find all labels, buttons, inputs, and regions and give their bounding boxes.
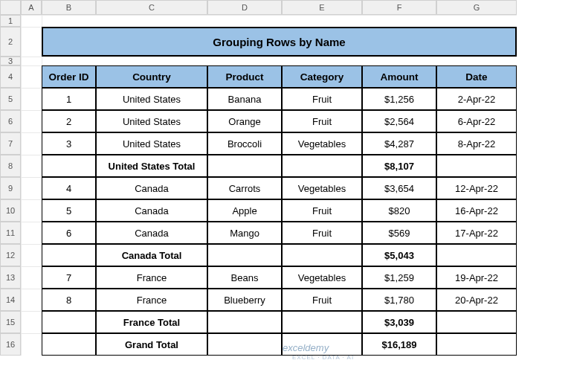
cell-country[interactable]: Canada xyxy=(96,199,207,222)
cell-country[interactable]: Canada Total xyxy=(96,244,207,266)
cell-date[interactable]: 16-Apr-22 xyxy=(436,199,517,222)
header-amount[interactable]: Amount xyxy=(362,65,436,88)
cell-category[interactable]: Fruit xyxy=(282,222,362,244)
title-cell[interactable]: Grouping Rows by Name xyxy=(42,27,517,57)
cell-category[interactable]: Fruit xyxy=(282,110,362,132)
cell-date[interactable]: 2-Apr-22 xyxy=(436,88,517,110)
cell-orderId[interactable] xyxy=(42,333,96,356)
cell-a7[interactable] xyxy=(21,132,42,155)
row-header-16[interactable]: 16 xyxy=(0,333,21,356)
cell-orderId[interactable] xyxy=(42,155,96,177)
cell-a11[interactable] xyxy=(21,222,42,244)
cell-row3[interactable] xyxy=(42,57,517,65)
cell-a14[interactable] xyxy=(21,289,42,311)
row-header-13[interactable]: 13 xyxy=(0,266,21,289)
cell-a6[interactable] xyxy=(21,110,42,132)
cell-amount[interactable]: $1,256 xyxy=(362,88,436,110)
row-header-8[interactable]: 8 xyxy=(0,155,21,177)
cell-orderId[interactable] xyxy=(42,311,96,333)
cell-a13[interactable] xyxy=(21,266,42,289)
cell-amount[interactable]: $8,107 xyxy=(362,155,436,177)
cell-category[interactable]: Vegetables xyxy=(282,177,362,199)
cell-category[interactable]: Fruit xyxy=(282,199,362,222)
col-header-a[interactable]: A xyxy=(21,0,42,15)
header-date[interactable]: Date xyxy=(436,65,517,88)
cell-orderId[interactable]: 2 xyxy=(42,110,96,132)
cell-amount[interactable]: $16,189 xyxy=(362,333,436,356)
cell-country[interactable]: Canada xyxy=(96,177,207,199)
cell-orderId[interactable]: 6 xyxy=(42,222,96,244)
cell-a15[interactable] xyxy=(21,311,42,333)
row-header-5[interactable]: 5 xyxy=(0,88,21,110)
cell-category[interactable]: Vegetables xyxy=(282,266,362,289)
cell-a2[interactable] xyxy=(21,27,42,57)
cell-category[interactable] xyxy=(282,333,362,356)
cell-date[interactable] xyxy=(436,311,517,333)
cell-a3[interactable] xyxy=(21,57,42,65)
cell-date[interactable]: 8-Apr-22 xyxy=(436,132,517,155)
cell-amount[interactable]: $1,259 xyxy=(362,266,436,289)
cell-date[interactable]: 19-Apr-22 xyxy=(436,266,517,289)
cell-country[interactable]: United States xyxy=(96,132,207,155)
cell-category[interactable] xyxy=(282,244,362,266)
cell-a16[interactable] xyxy=(21,333,42,356)
cell-date[interactable]: 20-Apr-22 xyxy=(436,289,517,311)
cell-country[interactable]: Canada xyxy=(96,222,207,244)
cell-date[interactable]: 17-Apr-22 xyxy=(436,222,517,244)
cell-category[interactable] xyxy=(282,155,362,177)
cell-product[interactable]: Carrots xyxy=(207,177,282,199)
cell-amount[interactable]: $1,780 xyxy=(362,289,436,311)
cell-country[interactable]: France xyxy=(96,266,207,289)
cell-amount[interactable]: $3,039 xyxy=(362,311,436,333)
cell-product[interactable]: Beans xyxy=(207,266,282,289)
cell-date[interactable]: 12-Apr-22 xyxy=(436,177,517,199)
col-header-d[interactable]: D xyxy=(207,0,282,15)
cell-country[interactable]: France xyxy=(96,289,207,311)
row-header-3[interactable]: 3 xyxy=(0,57,21,65)
row-header-11[interactable]: 11 xyxy=(0,222,21,244)
cell-product[interactable]: Broccoli xyxy=(207,132,282,155)
row-header-14[interactable]: 14 xyxy=(0,289,21,311)
cell-category[interactable]: Vegetables xyxy=(282,132,362,155)
header-product[interactable]: Product xyxy=(207,65,282,88)
cell-orderId[interactable]: 8 xyxy=(42,289,96,311)
cell-product[interactable]: Apple xyxy=(207,199,282,222)
row-header-12[interactable]: 12 xyxy=(0,244,21,266)
cell-amount[interactable]: $820 xyxy=(362,199,436,222)
cell-date[interactable] xyxy=(436,155,517,177)
cell-amount[interactable]: $2,564 xyxy=(362,110,436,132)
cell-a12[interactable] xyxy=(21,244,42,266)
cell-orderId[interactable]: 1 xyxy=(42,88,96,110)
cell-country[interactable]: Grand Total xyxy=(96,333,207,356)
cell-country[interactable]: United States Total xyxy=(96,155,207,177)
select-all-corner[interactable] xyxy=(0,0,21,15)
row-header-15[interactable]: 15 xyxy=(0,311,21,333)
row-header-10[interactable]: 10 xyxy=(0,199,21,222)
header-orderid[interactable]: Order ID xyxy=(42,65,96,88)
row-header-6[interactable]: 6 xyxy=(0,110,21,132)
cell-orderId[interactable] xyxy=(42,244,96,266)
cell-a10[interactable] xyxy=(21,199,42,222)
header-country[interactable]: Country xyxy=(96,65,207,88)
cell-a8[interactable] xyxy=(21,155,42,177)
cell-orderId[interactable]: 5 xyxy=(42,199,96,222)
cell-amount[interactable]: $5,043 xyxy=(362,244,436,266)
cell-product[interactable] xyxy=(207,155,282,177)
cell-product[interactable]: Blueberry xyxy=(207,289,282,311)
row-header-4[interactable]: 4 xyxy=(0,65,21,88)
col-header-f[interactable]: F xyxy=(362,0,436,15)
cell-country[interactable]: United States xyxy=(96,110,207,132)
cell-country[interactable]: France Total xyxy=(96,311,207,333)
cell-product[interactable] xyxy=(207,244,282,266)
cell-row1[interactable] xyxy=(42,15,517,27)
row-header-2[interactable]: 2 xyxy=(0,27,21,57)
col-header-c[interactable]: C xyxy=(96,0,207,15)
col-header-b[interactable]: B xyxy=(42,0,96,15)
cell-product[interactable] xyxy=(207,333,282,356)
cell-a1[interactable] xyxy=(21,15,42,27)
cell-date[interactable] xyxy=(436,244,517,266)
cell-product[interactable]: Banana xyxy=(207,88,282,110)
cell-a9[interactable] xyxy=(21,177,42,199)
cell-amount[interactable]: $4,287 xyxy=(362,132,436,155)
cell-orderId[interactable]: 4 xyxy=(42,177,96,199)
